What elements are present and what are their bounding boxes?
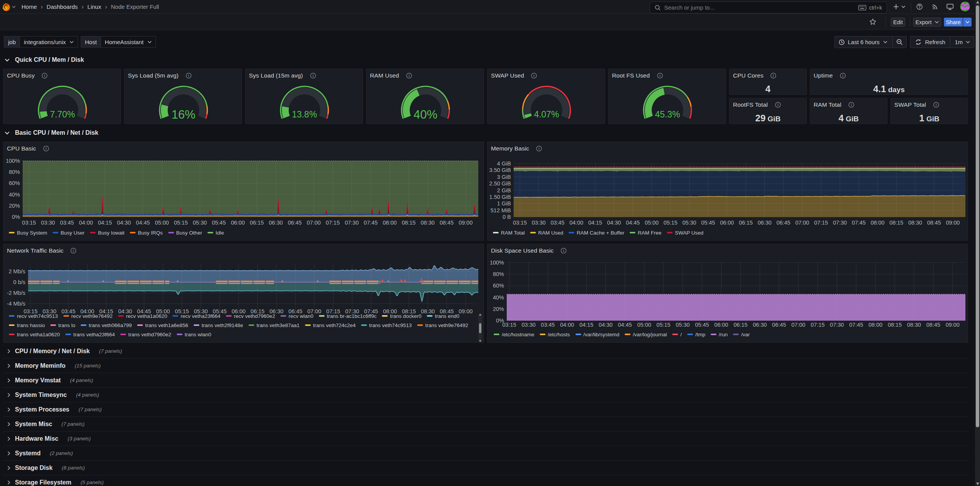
svg-text:512 MiB: 512 MiB [491, 207, 511, 213]
svg-text:20%: 20% [493, 306, 504, 312]
svg-text:-2 Mb/s: -2 Mb/s [7, 290, 25, 296]
svg-text:08:45: 08:45 [926, 322, 940, 328]
svg-text:40%: 40% [493, 294, 504, 301]
svg-text:08:45: 08:45 [927, 220, 941, 226]
svg-text:07:00: 07:00 [791, 322, 805, 328]
svg-text:04:15: 04:15 [579, 322, 593, 328]
svg-text:4 GiB: 4 GiB [497, 160, 511, 167]
svg-text:13.8%: 13.8% [292, 109, 317, 119]
svg-text:06:45: 06:45 [776, 220, 790, 226]
svg-text:08:00: 08:00 [383, 220, 396, 226]
svg-text:0%: 0% [12, 214, 20, 220]
svg-text:06:30: 06:30 [753, 322, 767, 328]
svg-text:06:15: 06:15 [734, 322, 748, 328]
svg-text:1 GiB: 1 GiB [497, 200, 511, 207]
svg-text:04:45: 04:45 [136, 220, 150, 226]
svg-text:07:15: 07:15 [814, 220, 828, 226]
svg-text:20%: 20% [9, 203, 20, 209]
svg-text:07:45: 07:45 [852, 220, 866, 226]
svg-text:08:15: 08:15 [888, 322, 902, 328]
svg-text:04:45: 04:45 [626, 220, 640, 226]
svg-text:05:30: 05:30 [676, 322, 690, 328]
svg-text:0 b/s: 0 b/s [13, 279, 25, 285]
svg-text:40%: 40% [9, 192, 20, 198]
svg-text:07:45: 07:45 [364, 220, 378, 226]
svg-text:05:45: 05:45 [695, 322, 709, 328]
svg-text:0 B: 0 B [502, 214, 511, 220]
svg-text:05:15: 05:15 [663, 220, 677, 226]
svg-text:07:45: 07:45 [849, 322, 863, 328]
svg-text:03:15: 03:15 [502, 322, 516, 328]
svg-text:06:45: 06:45 [288, 220, 302, 226]
svg-text:06:00: 06:00 [231, 220, 245, 226]
svg-text:60%: 60% [9, 180, 20, 186]
svg-text:05:00: 05:00 [645, 220, 658, 226]
svg-text:06:15: 06:15 [739, 220, 753, 226]
svg-text:2 GiB: 2 GiB [497, 187, 511, 193]
svg-text:04:30: 04:30 [607, 220, 621, 226]
svg-text:05:00: 05:00 [637, 322, 651, 328]
svg-text:08:00: 08:00 [871, 220, 884, 226]
svg-text:03:30: 03:30 [522, 322, 536, 328]
svg-text:05:15: 05:15 [657, 322, 670, 328]
svg-text:3 GiB: 3 GiB [497, 174, 511, 180]
svg-text:60%: 60% [493, 283, 504, 289]
svg-text:06:15: 06:15 [250, 220, 264, 226]
svg-text:04:00: 04:00 [560, 322, 574, 328]
svg-text:06:30: 06:30 [269, 220, 283, 226]
svg-text:09:00: 09:00 [946, 220, 960, 226]
svg-text:04:15: 04:15 [98, 220, 112, 226]
svg-text:08:15: 08:15 [889, 220, 903, 226]
svg-text:05:30: 05:30 [682, 220, 696, 226]
svg-text:16%: 16% [171, 108, 195, 121]
svg-text:03:30: 03:30 [41, 220, 55, 226]
svg-text:3.50 GiB: 3.50 GiB [489, 167, 511, 173]
svg-text:80%: 80% [9, 169, 20, 175]
svg-text:05:45: 05:45 [701, 220, 715, 226]
svg-text:05:45: 05:45 [212, 220, 226, 226]
svg-text:03:15: 03:15 [513, 220, 527, 226]
svg-text:100%: 100% [6, 158, 20, 164]
svg-text:4.07%: 4.07% [534, 109, 559, 119]
svg-text:03:15: 03:15 [22, 220, 36, 226]
svg-text:07:30: 07:30 [833, 220, 847, 226]
svg-text:07:30: 07:30 [830, 322, 844, 328]
svg-text:07:30: 07:30 [345, 220, 358, 226]
svg-text:08:30: 08:30 [907, 322, 921, 328]
svg-text:03:45: 03:45 [60, 220, 74, 226]
svg-text:07:15: 07:15 [811, 322, 824, 328]
svg-text:09:00: 09:00 [945, 322, 959, 328]
svg-text:-4 Mb/s: -4 Mb/s [7, 301, 25, 307]
svg-text:03:30: 03:30 [532, 220, 546, 226]
svg-text:7.70%: 7.70% [50, 109, 75, 119]
svg-text:04:00: 04:00 [79, 220, 93, 226]
svg-text:05:30: 05:30 [193, 220, 207, 226]
svg-text:08:45: 08:45 [439, 220, 453, 226]
svg-text:80%: 80% [493, 271, 504, 277]
svg-text:04:00: 04:00 [569, 220, 583, 226]
svg-text:04:15: 04:15 [588, 220, 602, 226]
svg-text:03:45: 03:45 [551, 220, 564, 226]
svg-text:07:00: 07:00 [307, 220, 321, 226]
svg-text:07:00: 07:00 [795, 220, 809, 226]
svg-text:04:30: 04:30 [599, 322, 612, 328]
svg-text:2 Mb/s: 2 Mb/s [8, 268, 25, 274]
svg-text:06:00: 06:00 [714, 322, 728, 328]
svg-text:04:30: 04:30 [117, 220, 131, 226]
svg-text:1.50 GiB: 1.50 GiB [489, 194, 511, 200]
svg-text:06:30: 06:30 [758, 220, 771, 226]
svg-text:04:45: 04:45 [618, 322, 632, 328]
svg-text:06:45: 06:45 [772, 322, 786, 328]
svg-text:100%: 100% [490, 260, 504, 266]
svg-text:08:15: 08:15 [402, 220, 416, 226]
svg-text:40%: 40% [413, 108, 437, 121]
svg-text:09:00: 09:00 [459, 220, 473, 226]
svg-text:2.50 GiB: 2.50 GiB [489, 180, 511, 187]
svg-text:05:00: 05:00 [155, 220, 169, 226]
svg-text:07:15: 07:15 [326, 220, 340, 226]
svg-text:06:00: 06:00 [720, 220, 734, 226]
svg-text:08:30: 08:30 [421, 220, 434, 226]
svg-text:08:30: 08:30 [908, 220, 922, 226]
svg-text:45.3%: 45.3% [655, 109, 680, 119]
svg-text:08:00: 08:00 [869, 322, 882, 328]
